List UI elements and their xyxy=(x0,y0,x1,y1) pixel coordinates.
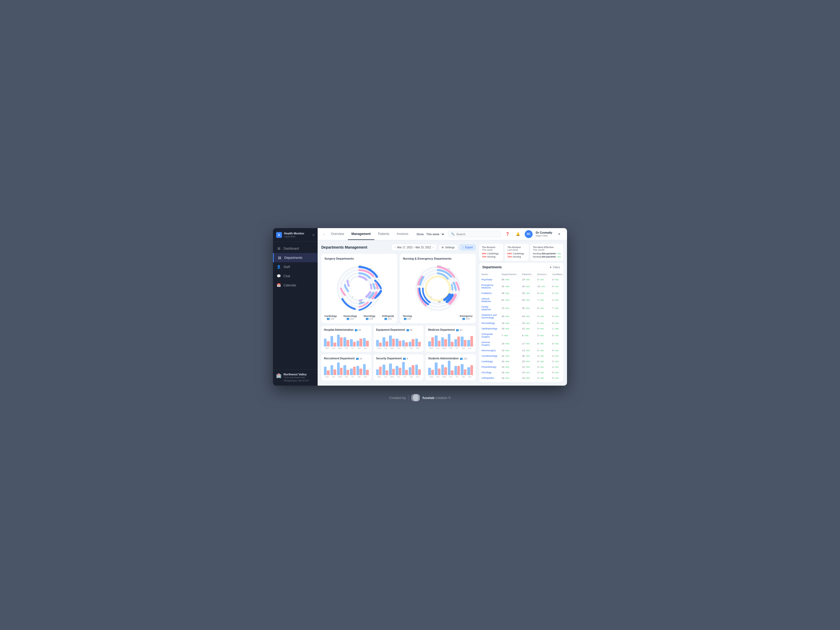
td-depts: 10 +6% xyxy=(499,364,520,370)
avatar: DC xyxy=(525,230,533,238)
table-row: Ophthalmology 24 +6% 21 +5% 3 +3% 1 +3% xyxy=(479,326,563,332)
td-patients: 13 +5% xyxy=(520,348,535,353)
notification-button[interactable]: 🔔 xyxy=(514,231,522,238)
filter-icon: ▼ xyxy=(549,266,552,269)
main-content: ‹ Overview Management Patients Invoices … xyxy=(317,228,567,385)
td-depts: 72 +6% xyxy=(499,304,520,313)
table-row: Internal Medicine 61 +6% 50 +5% 7 +3% 2 … xyxy=(479,296,563,304)
td-patients: 21 +5% xyxy=(520,326,535,332)
user-menu-chevron[interactable]: ▾ xyxy=(556,231,563,238)
surgery-chart-card: Surgery Departments Mon Tue Wed Thu Fri … xyxy=(321,254,397,323)
td-dept-name: Ophthalmology xyxy=(479,326,499,332)
tab-invoices[interactable]: Invoices xyxy=(393,228,412,240)
td-patients: 6 +5% xyxy=(520,332,535,339)
topbar: ‹ Overview Management Patients Invoices … xyxy=(317,228,567,240)
tab-patients[interactable]: Patients xyxy=(374,228,393,240)
filter-button[interactable]: ▼ Filters xyxy=(549,266,560,269)
user-clinic: Mayo Clinic xyxy=(536,234,552,237)
td-aux: 5 +3% xyxy=(550,370,563,375)
sidebar-item-staff[interactable]: 👤 Staff xyxy=(273,262,317,272)
nursing-chart-area: Mon Tue Wed Thu Fri Sat Sun xyxy=(403,262,472,315)
top-tabs: Overview Management Patients Invoices xyxy=(327,228,412,240)
sidebar: X Health Monitor Application ≡ ⊞ Dashboa… xyxy=(273,228,317,385)
table-row: Cardiology 24 +6% 20 +5% 6 +3% 2 +2% xyxy=(479,359,563,364)
td-depts: 28 +6% xyxy=(499,291,520,296)
td-depts: 42 +8% xyxy=(499,283,520,291)
td-depts: 19 +6% xyxy=(499,321,520,326)
td-doctors: 3 +3% xyxy=(535,326,550,332)
sidebar-item-calendar[interactable]: 📅 Calendar xyxy=(273,281,317,290)
footer-brand-text: fuselab creative © xyxy=(422,396,451,400)
clinic-name: Northwest Valley xyxy=(284,373,309,376)
td-dept-name: Neurosurgery xyxy=(479,348,499,353)
menu-icon[interactable]: ≡ xyxy=(313,233,314,237)
nursing-chart-labels: Nursing 👥 121 Emergency 👥 121 xyxy=(403,315,472,320)
date-prev[interactable]: ‹ xyxy=(395,245,396,249)
td-doctors: 6 +3% xyxy=(535,339,550,348)
help-button[interactable]: ❓ xyxy=(504,231,511,238)
date-range: Mar 17, 2022 – Mar 23, 2022 xyxy=(397,246,431,249)
td-aux: 0 +2% xyxy=(550,348,563,353)
date-nav: ‹ Mar 17, 2022 – Mar 23, 2022 › xyxy=(392,244,437,251)
settings-label: Settings xyxy=(445,246,455,249)
show-select[interactable]: This week Last week This month xyxy=(425,232,445,236)
user-name: Dr Cromatly xyxy=(536,231,552,234)
td-dept-name: Family Medicine xyxy=(479,304,499,313)
td-patients: 44 +5% xyxy=(520,313,535,321)
bar-chart-area xyxy=(324,333,369,346)
table-wrapper: Name ↕ Departments ↕ Patients ↕ Doctors … xyxy=(479,272,563,382)
tab-overview[interactable]: Overview xyxy=(327,228,348,240)
td-aux: 2 +2% xyxy=(550,359,563,364)
td-patients: 16 +5% xyxy=(520,375,535,381)
back-arrow[interactable]: ‹ xyxy=(322,231,326,237)
col-depts[interactable]: Departments ↕ xyxy=(499,272,520,277)
td-dept-name: General Surgery xyxy=(479,339,499,348)
stats-row: The Busiest This week 84% Cardiology 76%… xyxy=(479,244,563,261)
calendar-icon: 📅 xyxy=(277,283,281,287)
settings-button[interactable]: ⚙ Settings xyxy=(439,245,458,250)
td-patients: 17 +5% xyxy=(520,339,535,348)
surgery-chart-labels: Cardiology 👥 121 Gynecology 👥 121 Neurol… xyxy=(324,315,394,320)
table-row: Podiatrics 28 +6% 20 +5% 8 +2% 3 +2% xyxy=(479,291,563,296)
td-doctors: 7 +3% xyxy=(535,296,550,304)
search-bar: 🔍 xyxy=(448,231,501,237)
students-chart: Students Administration 👥 121 xyxy=(426,354,476,381)
busiest-week-card: The Busiest This week 84% Cardiology 76%… xyxy=(479,244,503,261)
col-patients[interactable]: Patients ↕ xyxy=(520,272,535,277)
td-aux: 6 +2% xyxy=(550,332,563,339)
sidebar-item-chat[interactable]: 💬 Chat xyxy=(273,272,317,281)
td-aux: 0 +2% xyxy=(550,339,563,348)
td-patients: 55 +5% xyxy=(520,304,535,313)
small-charts-row-2: Recruitment Department 👥 14 xyxy=(321,354,476,381)
td-doctors: 5 +3% xyxy=(535,277,550,283)
surgery-chart-title: Surgery Departments xyxy=(324,257,394,260)
table-row: Anesthesiology 41 +6% 36 +5% 4 +3% 4 +2% xyxy=(479,353,563,359)
search-input[interactable] xyxy=(456,232,498,236)
table-row: Orthopedic Surgery 7 +8% 6 +5% 3 +3% 6 +… xyxy=(479,332,563,339)
table-row: Neurosurgery 13 +6% 13 +5% 2 +3% 0 +2% xyxy=(479,348,563,353)
dashboard-icon: ⊞ xyxy=(277,246,281,250)
most-effective-card: The Most Effective This month Nursing 63… xyxy=(530,244,563,261)
departments-table: Name ↕ Departments ↕ Patients ↕ Doctors … xyxy=(479,272,563,381)
tab-management[interactable]: Management xyxy=(348,228,374,240)
td-depts: 24 +6% xyxy=(499,370,520,375)
table-row: Family Medicine 72 +6% 55 +5% 9 +2% 7 +3… xyxy=(479,304,563,313)
td-doctors: 13 +2% xyxy=(535,283,550,291)
date-next[interactable]: › xyxy=(433,245,434,249)
charts-row: Surgery Departments Mon Tue Wed Thu Fri … xyxy=(321,254,476,323)
footer-text: Created by xyxy=(389,396,406,400)
sidebar-item-dashboard[interactable]: ⊞ Dashboard xyxy=(273,244,317,253)
td-doctors: 3 +3% xyxy=(535,370,550,375)
td-depts: 56 +6% xyxy=(499,277,520,283)
col-doctors[interactable]: Doctors ↕ xyxy=(535,272,550,277)
td-dept-name: Orthopedic Surgery xyxy=(479,332,499,339)
td-patients: 20 +6% xyxy=(520,283,535,291)
export-button[interactable]: ↑ Export xyxy=(459,245,476,250)
td-aux: 1 +3% xyxy=(550,326,563,332)
col-name[interactable]: Name ↕ xyxy=(479,272,499,277)
logo-icon: X xyxy=(276,232,282,238)
sidebar-item-departments[interactable]: ▤ Departments xyxy=(273,253,317,262)
td-doctors: 4 +3% xyxy=(535,353,550,359)
col-aux[interactable]: Auxiliary Staff ↕ xyxy=(550,272,563,277)
search-icon: 🔍 xyxy=(451,232,455,236)
